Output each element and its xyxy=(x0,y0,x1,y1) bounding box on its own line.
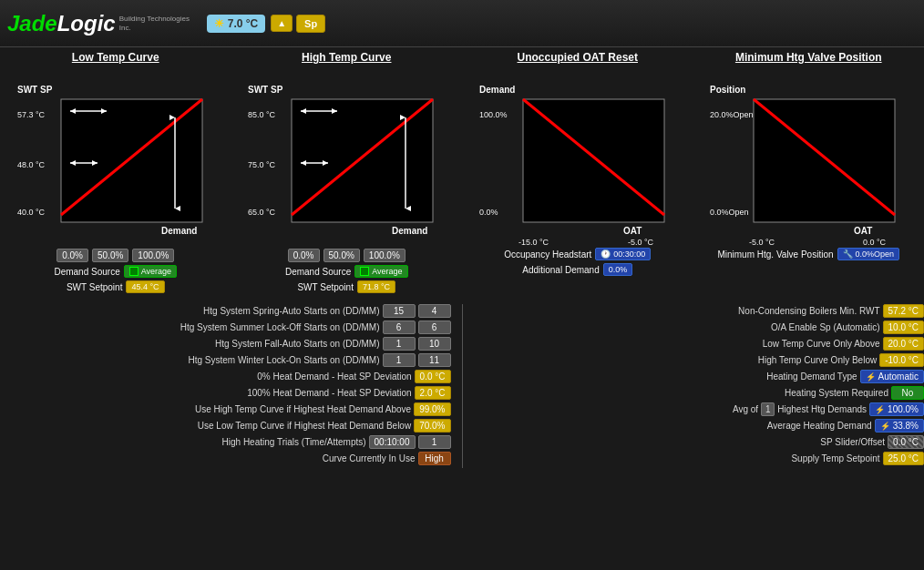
param-right-val1-2[interactable]: 20.0 °C xyxy=(883,337,924,351)
param-right-label-9: Supply Temp Setpoint xyxy=(474,453,880,463)
param-left-val1-4[interactable]: 0.0 °C xyxy=(415,370,451,383)
param-right-val1-4[interactable]: ⚡Automatic xyxy=(860,370,924,383)
add-demand-label: Additional Demand xyxy=(522,265,600,275)
unoccupied-chart: Unoccupied OAT Reset Demand 100.0% 0.0% … xyxy=(462,47,693,297)
param-left-row-2: Htg System Fall-Auto Starts on (DD/MM)11… xyxy=(0,337,451,351)
high-temp-demand-label: Demand Source xyxy=(285,267,351,277)
param-right-val1-3[interactable]: -10.0 °C xyxy=(879,353,924,367)
param-left-val1-8[interactable]: 00:10:00 xyxy=(369,435,416,449)
param-left-val2-3[interactable]: 11 xyxy=(418,353,451,367)
svg-text:75.0 °C: 75.0 °C xyxy=(248,160,276,169)
param-left-val2-8[interactable]: 1 xyxy=(418,435,451,449)
param-left-row-0: Htg System Spring-Auto Starts on (DD/MM)… xyxy=(0,304,451,318)
svg-text:0.0%Open: 0.0%Open xyxy=(710,208,749,217)
additional-demand: Additional Demand 0.0% xyxy=(522,263,632,276)
svg-text:100.0%: 100.0% xyxy=(479,110,508,119)
param-left-val1-6[interactable]: 99.0% xyxy=(414,402,450,416)
param-right-row-3: High Temp Curve Only Below-10.0 °C xyxy=(474,353,925,367)
param-right-val1-8[interactable]: 0.0 °C xyxy=(888,435,924,449)
param-right-row-1: O/A Enable Sp (Automatic)10.0 °C xyxy=(474,321,925,334)
param-left-val1-5[interactable]: 2.0 °C xyxy=(415,386,451,400)
param-left-label-3: Htg System Winter Lock-On Starts on (DD/… xyxy=(0,355,380,365)
low-temp-x1: 50.0% xyxy=(92,249,128,262)
param-left-label-4: 0% Heat Demand - Heat SP Deviation xyxy=(0,372,412,382)
high-temp-x2: 100.0% xyxy=(364,249,406,262)
param-right-row-7: Average Heating Demand⚡33.8% xyxy=(474,419,925,433)
param-right-label-8: SP Slider/Offset xyxy=(474,437,886,447)
high-temp-chart: High Temp Curve SWT SP 85.0 °C 75.0 °C 6… xyxy=(231,47,463,297)
arrow-button[interactable]: ▲ xyxy=(271,15,293,32)
param-right-row-6: Avg of 1 Highest Htg Demands⚡100.0% xyxy=(474,402,925,416)
params-right: Non-Condensing Boilers Min. RWT57.2 °CO/… xyxy=(474,304,925,468)
param-left-label-1: Htg System Summer Lock-Off Starts on (DD… xyxy=(0,322,380,332)
low-temp-swt-value[interactable]: 45.4 °C xyxy=(126,280,164,293)
logo-logic: Logic xyxy=(57,11,116,36)
svg-text:85.0 °C: 85.0 °C xyxy=(248,110,276,119)
param-right-val1-7[interactable]: ⚡33.8% xyxy=(875,419,924,433)
param-right-row-9: Supply Temp Setpoint25.0 °C xyxy=(474,452,925,465)
svg-text:57.3 °C: 57.3 °C xyxy=(17,110,46,119)
param-left-label-5: 100% Heat Demand - Heat SP Deviation xyxy=(0,388,412,398)
param-right-val1-9[interactable]: 25.0 °C xyxy=(883,452,924,465)
svg-text:Demand: Demand xyxy=(392,226,427,236)
occupancy-label: Occupancy Headstart xyxy=(504,249,591,260)
svg-text:-15.0 °C: -15.0 °C xyxy=(518,238,549,245)
param-left-row-8: High Heating Trials (Time/Attempts)00:10… xyxy=(0,435,451,449)
svg-text:Demand: Demand xyxy=(479,85,515,95)
param-right-val1-5[interactable]: No xyxy=(891,386,924,400)
min-htg-svg: Position 20.0%Open 0.0%Open OAT -5.0 °C … xyxy=(708,67,909,245)
param-left-row-9: Curve Currently In UseHigh xyxy=(0,452,451,465)
param-left-val1-9[interactable]: High xyxy=(418,452,451,465)
param-right-row-4: Heating Demand Type⚡Automatic xyxy=(474,370,925,383)
param-left-val2-2[interactable]: 10 xyxy=(418,337,451,351)
svg-text:40.0 °C: 40.0 °C xyxy=(17,208,46,217)
sp-button[interactable]: Sp xyxy=(296,15,325,33)
param-left-row-7: Use Low Temp Curve if Highest Heat Deman… xyxy=(0,419,451,433)
param-left-label-6: Use High Temp Curve if Highest Heat Dema… xyxy=(0,404,411,414)
param-right-label-2: Low Temp Curve Only Above xyxy=(474,339,880,349)
param-right-val1-1[interactable]: 10.0 °C xyxy=(883,321,924,334)
param-left-row-3: Htg System Winter Lock-On Starts on (DD/… xyxy=(0,353,451,367)
param-right-val1-0[interactable]: 57.2 °C xyxy=(883,304,924,318)
params-section: Htg System Spring-Auto Starts on (DD/MM)… xyxy=(0,304,924,468)
svg-text:OAT: OAT xyxy=(854,226,872,236)
min-htg-valve-label: Minimum Htg. Valve Position xyxy=(717,249,833,260)
temperature-display: 7.0 °C xyxy=(228,17,258,30)
low-temp-svg: SWT SP 57.3 °C 48.0 °C 40.0 °C Demand xyxy=(15,67,216,245)
occupancy-value[interactable]: 🕐 00:30:00 xyxy=(595,248,651,260)
high-temp-demand-value[interactable]: Average xyxy=(354,265,407,278)
param-right-val1-6[interactable]: ⚡100.0% xyxy=(869,402,924,416)
svg-text:OAT: OAT xyxy=(623,226,642,236)
min-htg-title: Minimum Htg Valve Position xyxy=(697,51,921,64)
high-temp-swt-value[interactable]: 71.8 °C xyxy=(357,280,395,293)
param-right-label-3: High Temp Curve Only Below xyxy=(474,355,878,365)
param-right-label-7: Average Heating Demand xyxy=(474,421,872,431)
weather-badge: ☀ 7.0 °C xyxy=(207,15,265,33)
unoccupied-svg: Demand 100.0% 0.0% OAT -15.0 °C -5.0 °C xyxy=(477,67,678,245)
params-left: Htg System Spring-Auto Starts on (DD/MM)… xyxy=(0,304,451,468)
param-left-label-7: Use Low Temp Curve if Highest Heat Deman… xyxy=(0,421,411,431)
min-htg-valve-value[interactable]: 🔧 0.0%Open xyxy=(837,248,900,260)
param-left-label-2: Htg System Fall-Auto Starts on (DD/MM) xyxy=(0,339,380,349)
param-right-label-6: Avg of 1 Highest Htg Demands xyxy=(474,404,868,414)
add-demand-value[interactable]: 0.0% xyxy=(603,263,633,276)
param-left-val1-7[interactable]: 70.0% xyxy=(414,419,450,433)
logo-jade: Jade xyxy=(7,11,57,36)
svg-text:-5.0 °C: -5.0 °C xyxy=(749,238,775,245)
svg-text:48.0 °C: 48.0 °C xyxy=(17,160,46,169)
param-right-row-0: Non-Condensing Boilers Min. RWT57.2 °C xyxy=(474,304,925,318)
param-left-val1-1[interactable]: 6 xyxy=(383,321,416,334)
param-left-val2-1[interactable]: 6 xyxy=(418,321,451,334)
param-left-val1-2[interactable]: 1 xyxy=(383,337,416,351)
params-divider xyxy=(462,304,463,468)
charts-row: Low Temp Curve SWT SP 57.3 °C 48.0 °C 40… xyxy=(0,47,924,297)
param-left-val1-0[interactable]: 15 xyxy=(383,304,416,318)
high-temp-swt-label: SWT Setpoint xyxy=(297,282,354,292)
param-left-val1-3[interactable]: 1 xyxy=(383,353,416,367)
param-right-row-5: Heating System RequiredNo xyxy=(474,386,925,400)
svg-text:SWT SP: SWT SP xyxy=(248,85,283,95)
low-temp-demand-value[interactable]: Average xyxy=(124,265,177,278)
param-left-row-6: Use High Temp Curve if Highest Heat Dema… xyxy=(0,402,451,416)
low-temp-x2: 100.0% xyxy=(132,249,174,262)
param-left-val2-0[interactable]: 4 xyxy=(418,304,451,318)
